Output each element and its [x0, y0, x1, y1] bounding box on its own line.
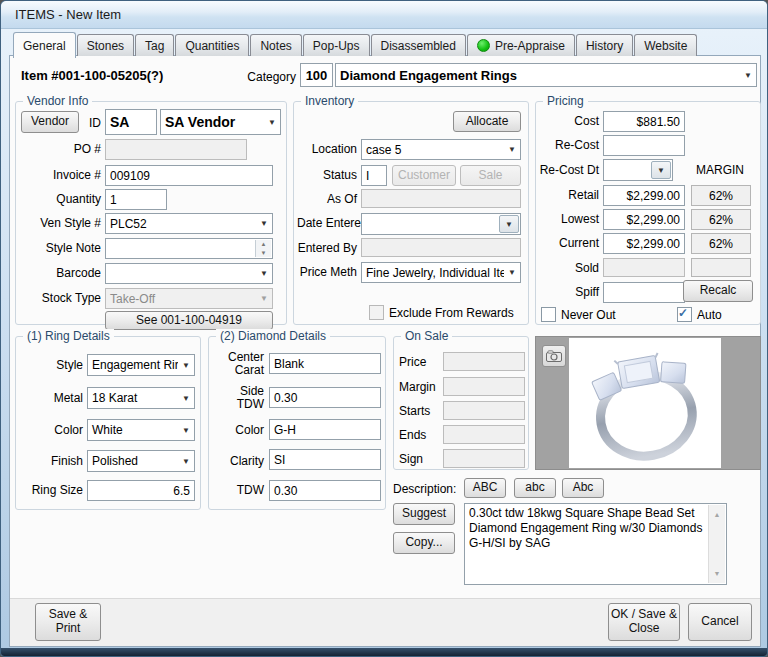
recost-dt-combo[interactable]: ▼ — [603, 159, 673, 181]
stock-type-dropdown: Take-Off▼ — [105, 288, 273, 309]
cancel-button[interactable]: Cancel — [688, 603, 752, 641]
invoice-field[interactable]: 009109 — [105, 165, 273, 186]
copy-button[interactable]: Copy... — [393, 532, 455, 554]
chevron-down-icon: ▼ — [182, 457, 190, 466]
tdw-label: TDW — [214, 483, 264, 497]
sale-starts-label: Starts — [399, 404, 439, 418]
vendor-button[interactable]: Vendor — [21, 111, 79, 133]
quantity-label: Quantity — [15, 192, 101, 206]
spinner-control[interactable]: ▲▼ — [255, 240, 271, 257]
category-label: Category — [241, 70, 296, 84]
ring-details-title: (1) Ring Details — [23, 329, 114, 343]
location-dropdown[interactable]: case 5▼ — [361, 139, 521, 160]
ring-color-dropdown[interactable]: White▼ — [87, 419, 195, 441]
quantity-field[interactable]: 1 — [105, 189, 167, 210]
tab-disassembled[interactable]: Disassembled — [371, 34, 466, 56]
calendar-dropdown-button[interactable]: ▼ — [651, 161, 671, 179]
tab-popups[interactable]: Pop-Ups — [303, 34, 370, 56]
status-field[interactable]: I — [361, 165, 387, 186]
entered-by-field — [361, 238, 521, 257]
tab-history[interactable]: History — [576, 34, 633, 56]
see-item-button[interactable]: See 001-100-04919 — [105, 311, 273, 330]
scroll-up-icon[interactable]: ▲ — [714, 507, 721, 522]
auto-checkbox[interactable]: Auto — [677, 307, 722, 322]
vendor-name-dropdown[interactable]: SA Vendor▼ — [160, 109, 281, 135]
chevron-down-icon: ▼ — [182, 426, 190, 435]
lowest-field[interactable]: $2,299.00 — [603, 209, 685, 230]
tab-stones[interactable]: Stones — [77, 34, 134, 56]
ok-save-close-button[interactable]: OK / Save & Close — [608, 603, 680, 641]
category-code-field[interactable]: 100 — [300, 63, 333, 87]
allocate-button[interactable]: Allocate — [453, 111, 521, 132]
diamond-color-field[interactable]: G-H — [269, 419, 381, 440]
tdw-field[interactable]: 0.30 — [269, 480, 381, 501]
ring-image — [569, 338, 721, 468]
ring-style-dropdown[interactable]: Engagement Rir▼ — [87, 354, 195, 376]
sale-price-field — [443, 352, 525, 371]
camera-button[interactable] — [542, 345, 566, 367]
tab-general[interactable]: General — [13, 32, 76, 58]
center-carat-field[interactable]: Blank — [269, 353, 381, 374]
price-meth-dropdown[interactable]: Fine Jewelry, Individual Iten▼ — [361, 262, 521, 283]
inventory-title: Inventory — [301, 94, 358, 108]
uppercase-button[interactable]: ABC — [464, 478, 506, 498]
recalc-button[interactable]: Recalc — [683, 280, 753, 302]
items-window: ITEMS - New Item General Stones Tag Quan… — [0, 0, 768, 657]
retail-label: Retail — [539, 188, 599, 202]
tab-quantities[interactable]: Quantities — [175, 34, 249, 56]
as-of-field — [361, 189, 521, 208]
tab-tag[interactable]: Tag — [135, 34, 174, 56]
spiff-field[interactable] — [603, 282, 685, 303]
calendar-dropdown-button[interactable]: ▼ — [499, 215, 519, 233]
save-print-button[interactable]: Save & Print — [35, 603, 101, 641]
current-field[interactable]: $2,299.00 — [603, 233, 685, 254]
titlecase-button[interactable]: Abc — [562, 478, 604, 498]
sale-ends-field — [443, 425, 525, 444]
vendor-id-field[interactable]: SA — [105, 109, 157, 135]
item-image[interactable] — [569, 338, 721, 468]
margin-header: MARGIN — [689, 163, 751, 177]
retail-field[interactable]: $2,299.00 — [603, 185, 685, 206]
style-note-field[interactable]: ▲▼ — [105, 238, 273, 259]
diamond-details-title: (2) Diamond Details — [216, 329, 330, 343]
entered-by-label: Entered By — [297, 241, 357, 255]
barcode-dropdown[interactable]: ▼ — [105, 263, 273, 284]
recost-dt-label: Re-Cost Dt — [535, 163, 599, 177]
ven-style-dropdown[interactable]: PLC52▼ — [105, 213, 273, 234]
center-carat-label: Center Carat — [214, 351, 264, 377]
exclude-rewards-checkbox[interactable]: Exclude From Rewards — [369, 305, 514, 320]
never-out-checkbox[interactable]: Never Out — [541, 307, 616, 322]
chevron-down-icon: ▼ — [182, 361, 190, 370]
stock-type-label: Stock Type — [15, 291, 101, 305]
green-dot-icon — [477, 39, 490, 52]
sale-ends-label: Ends — [399, 428, 439, 442]
ring-size-field[interactable]: 6.5 — [87, 480, 195, 501]
chevron-down-icon: ▼ — [508, 268, 516, 277]
ring-style-label: Style — [21, 358, 83, 372]
side-tdw-field[interactable]: 0.30 — [269, 387, 381, 408]
window-frame-bottom — [1, 648, 768, 657]
tab-pre-appraise[interactable]: Pre-Appraise — [467, 34, 575, 56]
cost-field[interactable]: $881.50 — [603, 111, 685, 132]
scroll-down-icon[interactable]: ▼ — [714, 566, 721, 581]
sold-label: Sold — [539, 261, 599, 275]
sale-margin-label: Margin — [399, 380, 439, 394]
date-entered-combo[interactable]: ▼ — [361, 213, 521, 235]
category-dropdown[interactable]: Diamond Engagement Rings▼ — [335, 63, 757, 87]
ring-color-label: Color — [21, 423, 83, 437]
recost-field[interactable] — [603, 135, 685, 156]
suggest-button[interactable]: Suggest — [393, 503, 455, 525]
date-entered-label: Date Entered — [297, 216, 357, 230]
chevron-down-icon: ▼ — [508, 145, 516, 154]
current-label: Current — [539, 236, 599, 250]
tab-website[interactable]: Website — [634, 34, 697, 56]
lowercase-button[interactable]: abc — [514, 478, 556, 498]
ring-finish-dropdown[interactable]: Polished▼ — [87, 450, 195, 472]
scrollbar[interactable]: ▲ ▼ — [708, 505, 725, 583]
clarity-field[interactable]: SI — [269, 449, 381, 470]
description-textarea[interactable]: 0.30ct tdw 18kwg Square Shape Bead Set D… — [464, 503, 727, 585]
on-sale-title: On Sale — [401, 329, 452, 343]
ring-metal-dropdown[interactable]: 18 Karat▼ — [87, 387, 195, 409]
recost-label: Re-Cost — [539, 138, 599, 152]
tab-notes[interactable]: Notes — [250, 34, 301, 56]
